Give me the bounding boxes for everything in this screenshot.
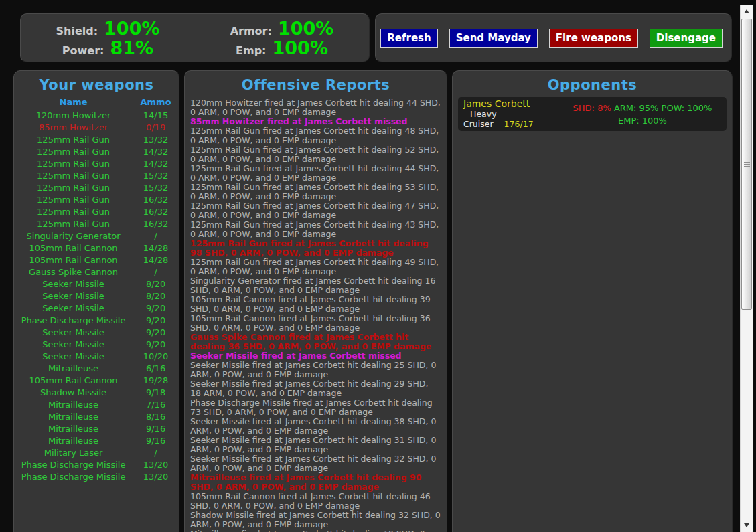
opponent-row[interactable]: James CorbettHeavyCruiser176/17SHD: 8% A… — [458, 97, 727, 131]
weapon-row: 125mm Rail Gun16/32 — [14, 193, 179, 205]
report-entry: Mitrailleuse fired at James Corbett hit … — [190, 473, 441, 492]
weapon-row: 125mm Rail Gun14/32 — [14, 157, 179, 169]
fire-weapons-button[interactable]: Fire weapons — [549, 29, 638, 48]
weapon-row: Seeker Missile9/20 — [14, 326, 179, 338]
weapon-row: Seeker Missile8/20 — [14, 290, 179, 302]
refresh-button[interactable]: Refresh — [380, 29, 437, 48]
weapon-row: Phase Discharge Missile9/20 — [14, 314, 179, 326]
weapon-row: 85mm Howitzer0/19 — [14, 121, 179, 133]
weapon-ammo: 8/20 — [133, 290, 179, 302]
opponent-ship-class: Heavy — [463, 109, 564, 119]
weapon-row: 125mm Rail Gun15/32 — [14, 169, 179, 181]
your-weapons-title: Your weapons — [14, 77, 179, 93]
scrollbar-down-button[interactable] — [741, 521, 753, 530]
weapon-name: Mitrailleuse — [14, 398, 133, 410]
weapon-name: 125mm Rail Gun — [14, 205, 133, 217]
scrollbar-grip-icon — [744, 162, 750, 167]
disengage-button[interactable]: Disengage — [650, 29, 723, 48]
weapon-ammo: 7/16 — [133, 398, 179, 410]
weapons-table-body: 120mm Howitzer14/1585mm Howitzer0/19125m… — [14, 109, 179, 482]
weapon-name: 125mm Rail Gun — [14, 133, 133, 145]
report-entry: Seeker Missile fired at James Corbett hi… — [190, 454, 441, 473]
armor-value: 100% — [278, 19, 333, 37]
opponents-title: Opponents — [453, 77, 732, 93]
weapon-row: 105mm Rail Cannon14/28 — [14, 242, 179, 254]
weapon-row: 125mm Rail Gun14/32 — [14, 145, 179, 157]
weapon-name: 105mm Rail Cannon — [14, 374, 133, 386]
weapon-ammo: 13/32 — [133, 133, 179, 145]
weapon-row: Singularity Generator/ — [14, 230, 179, 242]
weapon-name: 125mm Rail Gun — [14, 181, 133, 193]
weapon-name: Seeker Missile — [14, 302, 133, 314]
weapon-row: Seeker Missile10/20 — [14, 350, 179, 362]
report-entry: 125mm Rail Gun fired at James Corbett hi… — [190, 164, 441, 183]
opponent-name[interactable]: James Corbett — [463, 99, 564, 109]
weapon-row: 105mm Rail Cannon19/28 — [14, 374, 179, 386]
report-entry: 105mm Rail Cannon fired at James Corbett… — [190, 314, 441, 333]
opponent-ship-class-2: Cruiser — [463, 119, 494, 129]
report-entry: Seeker Missile fired at James Corbett mi… — [190, 351, 441, 361]
report-entry: Seeker Missile fired at James Corbett hi… — [190, 436, 441, 454]
report-entry: 85mm Howitzer fired at James Corbett mis… — [190, 117, 441, 126]
weapon-row: Gauss Spike Cannon/ — [14, 266, 179, 278]
weapon-ammo: 13/20 — [133, 458, 179, 470]
armor-label: Armor: — [230, 26, 272, 37]
shield-value: 100% — [104, 19, 159, 37]
weapon-row: 125mm Rail Gun16/32 — [14, 205, 179, 217]
weapon-row: 120mm Howitzer14/15 — [14, 109, 179, 121]
report-entry: Gauss Spike Cannon fired at James Corbet… — [190, 333, 441, 351]
weapon-row: 125mm Rail Gun13/32 — [14, 133, 179, 145]
opponents-panel: Opponents James CorbettHeavyCruiser176/1… — [452, 70, 733, 532]
power-stat: Power: 81% — [21, 39, 195, 57]
scrollbar-up-button[interactable] — [741, 5, 753, 17]
weapon-ammo: 9/20 — [133, 326, 179, 338]
weapon-name: Mitrailleuse — [14, 362, 133, 374]
power-value: 81% — [110, 39, 154, 57]
weapon-ammo: 9/20 — [133, 338, 179, 350]
scrollbar-thumb[interactable] — [741, 19, 752, 310]
report-entry: 125mm Rail Gun fired at James Corbett hi… — [190, 201, 441, 220]
weapon-name: 105mm Rail Cannon — [14, 242, 133, 254]
weapon-name: 125mm Rail Gun — [14, 193, 133, 205]
weapon-row: Seeker Missile9/20 — [14, 338, 179, 350]
report-entry: Seeker Missile fired at James Corbett hi… — [190, 417, 441, 436]
weapon-ammo: 9/20 — [133, 302, 179, 314]
weapon-row: 105mm Rail Cannon14/28 — [14, 254, 179, 266]
weapon-ammo: 13/20 — [133, 470, 179, 482]
weapon-row: Mitrailleuse7/16 — [14, 398, 179, 410]
report-entry: 125mm Rail Gun fired at James Corbett hi… — [190, 126, 441, 145]
weapon-ammo: 6/16 — [133, 362, 179, 374]
weapon-ammo: 16/32 — [133, 193, 179, 205]
weapon-row: Mitrailleuse8/16 — [14, 410, 179, 422]
send-mayday-button[interactable]: Send Mayday — [449, 29, 538, 48]
weapon-name: Mitrailleuse — [14, 434, 133, 446]
weapon-ammo: / — [133, 446, 179, 458]
weapon-ammo: 8/16 — [133, 410, 179, 422]
battle-screen: Shield: 100% Armor: 100% Power: 81% Emp:… — [0, 0, 756, 532]
weapon-name: Seeker Missile — [14, 338, 133, 350]
ship-status-panel: Shield: 100% Armor: 100% Power: 81% Emp:… — [20, 13, 370, 62]
report-entry: 125mm Rail Gun fired at James Corbett hi… — [190, 239, 441, 258]
opponent-shield-stat: SHD: 8% — [573, 103, 614, 113]
opponent-hull-value: 176/17 — [504, 119, 534, 129]
weapon-name: 105mm Rail Cannon — [14, 254, 133, 266]
weapons-ammo-column-header: Ammo — [133, 97, 179, 109]
weapon-ammo: 15/32 — [133, 181, 179, 193]
weapon-name: 85mm Howitzer — [14, 121, 133, 133]
weapon-name: Seeker Missile — [14, 350, 133, 362]
weapon-name: 125mm Rail Gun — [14, 217, 133, 230]
weapon-ammo: 9/16 — [133, 422, 179, 434]
weapon-row: Mitrailleuse6/16 — [14, 362, 179, 374]
emp-stat: Emp: 100% — [195, 39, 369, 57]
weapon-name: Mitrailleuse — [14, 422, 133, 434]
weapon-row: Mitrailleuse9/16 — [14, 422, 179, 434]
page-scrollbar[interactable] — [740, 5, 753, 532]
weapon-ammo: 14/28 — [133, 254, 179, 266]
weapon-row: Phase Discharge Missile13/20 — [14, 470, 179, 482]
weapon-ammo: 16/32 — [133, 205, 179, 217]
weapon-row: Seeker Missile8/20 — [14, 278, 179, 290]
weapon-row: Shadow Missile9/18 — [14, 386, 179, 398]
report-entry: Seeker Missile fired at James Corbett hi… — [190, 379, 441, 398]
emp-value: 100% — [273, 39, 328, 57]
scroll-up-icon — [744, 9, 749, 13]
